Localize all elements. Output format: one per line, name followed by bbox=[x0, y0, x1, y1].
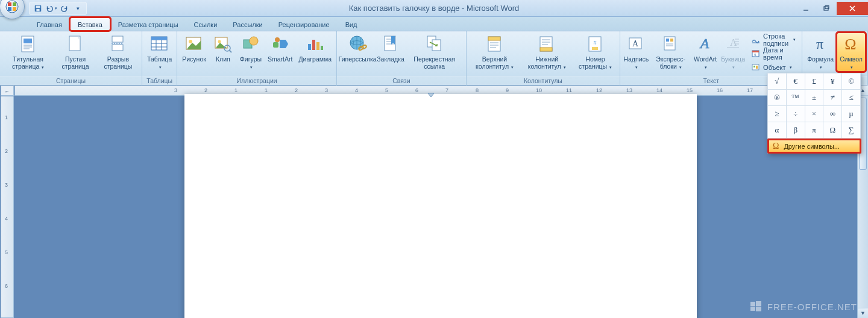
chart-icon bbox=[306, 34, 325, 54]
chart-button[interactable]: Диаграмма bbox=[295, 33, 335, 72]
other-symbols-label: Другие символы... bbox=[784, 143, 840, 150]
windows-logo-icon bbox=[749, 300, 763, 313]
date-time-button[interactable]: 5Дата и время bbox=[748, 47, 799, 60]
svg-rect-41 bbox=[316, 42, 319, 50]
object-label: Объект bbox=[763, 64, 785, 71]
symbol-cell[interactable]: ÷ bbox=[786, 105, 805, 122]
tab-home[interactable]: Главная bbox=[29, 17, 70, 31]
minimize-button[interactable] bbox=[796, 2, 816, 15]
textbox-button[interactable]: A Надпись▾ bbox=[622, 33, 650, 72]
qat-undo[interactable]: ▾ bbox=[45, 3, 57, 14]
document-page[interactable] bbox=[184, 94, 697, 318]
signature-line-button[interactable]: Строка подписи▾ bbox=[748, 33, 799, 46]
smartart-button[interactable]: SmartArt bbox=[265, 33, 295, 72]
header-button[interactable]: Верхний колонтитул ▾ bbox=[468, 33, 521, 72]
group-illustrations: Рисунок Клип Фигуры▾ SmartArt Диаграмма … bbox=[177, 31, 337, 86]
qat-redo[interactable] bbox=[58, 3, 71, 14]
svg-rect-39 bbox=[308, 44, 311, 50]
svg-rect-68 bbox=[666, 39, 669, 42]
tab-references[interactable]: Ссылки bbox=[186, 17, 225, 31]
object-icon bbox=[751, 63, 761, 72]
omega-icon: Ω bbox=[773, 142, 779, 151]
blank-page-button[interactable]: Пустая страница bbox=[54, 33, 96, 72]
wordart-icon: A bbox=[696, 34, 715, 54]
svg-rect-7 bbox=[36, 8, 39, 11]
symbol-grid: √€£¥©®™±≠≤≥÷×∞µαβπΩ∑ bbox=[768, 73, 861, 139]
symbol-cell[interactable]: β bbox=[786, 122, 805, 139]
page-break-button[interactable]: Разрыв страницы bbox=[96, 33, 140, 72]
hyperlink-button[interactable]: Гиперссылка bbox=[339, 33, 376, 72]
cross-reference-button[interactable]: Перекрестная ссылка bbox=[405, 33, 464, 72]
svg-rect-90 bbox=[756, 307, 761, 311]
group-illustrations-label: Иллюстрации bbox=[177, 76, 336, 86]
cover-page-button[interactable]: Титульная страница ▾ bbox=[2, 33, 54, 72]
tab-review[interactable]: Рецензирование bbox=[271, 17, 338, 31]
shapes-button[interactable]: Фигуры▾ bbox=[237, 33, 265, 72]
scroll-down-button[interactable]: ▼ bbox=[858, 308, 868, 318]
symbol-cell[interactable]: ™ bbox=[786, 89, 805, 106]
symbol-cell[interactable]: ¥ bbox=[823, 73, 842, 90]
close-button[interactable] bbox=[837, 2, 868, 15]
textbox-icon: A bbox=[626, 34, 646, 54]
symbol-cell[interactable]: ≥ bbox=[767, 105, 787, 122]
symbol-cell[interactable]: ± bbox=[805, 89, 824, 106]
other-symbols-button[interactable]: Ω Другие символы... bbox=[768, 139, 861, 153]
quick-parts-button[interactable]: Экспресс-блоки ▾ bbox=[650, 33, 691, 72]
symbol-cell[interactable]: α bbox=[767, 122, 787, 139]
object-button[interactable]: Объект▾ bbox=[748, 61, 799, 74]
hyperlink-label: Гиперссылка bbox=[339, 55, 377, 71]
symbol-button[interactable]: Ω Символ▾ bbox=[837, 33, 866, 72]
svg-line-34 bbox=[229, 50, 231, 52]
tab-view[interactable]: Вид bbox=[338, 17, 365, 31]
symbol-cell[interactable]: Ω bbox=[823, 122, 842, 139]
svg-rect-82 bbox=[752, 64, 759, 70]
table-icon bbox=[150, 34, 169, 54]
indent-marker-icon[interactable] bbox=[427, 93, 435, 99]
ruler-corner[interactable]: ⌐ bbox=[1, 86, 14, 96]
symbol-cell[interactable]: ∑ bbox=[841, 122, 861, 139]
footer-icon bbox=[537, 34, 556, 54]
picture-label: Рисунок bbox=[182, 55, 206, 71]
page-break-label: Разрыв страницы bbox=[99, 55, 137, 71]
restore-button[interactable] bbox=[816, 2, 837, 15]
symbol-cell[interactable]: £ bbox=[805, 73, 824, 90]
undo-icon bbox=[45, 4, 54, 13]
qat-customize[interactable]: ▾ bbox=[72, 3, 84, 14]
wordart-button[interactable]: A WordArt▾ bbox=[691, 33, 719, 72]
dropcap-button[interactable]: A Буквица▾ bbox=[719, 33, 747, 72]
clip-button[interactable]: Клип bbox=[209, 33, 237, 72]
save-icon bbox=[34, 4, 42, 13]
vertical-ruler[interactable]: 123456 bbox=[1, 96, 14, 318]
chart-label: Диаграмма bbox=[298, 55, 332, 71]
tab-mailings[interactable]: Рассылки bbox=[225, 17, 270, 31]
symbol-cell[interactable]: ≤ bbox=[841, 89, 861, 106]
footer-button[interactable]: Нижний колонтитул ▾ bbox=[521, 33, 572, 72]
quick-access-toolbar: ▾ ▾ bbox=[29, 2, 87, 15]
symbol-cell[interactable]: ® bbox=[767, 89, 787, 106]
symbol-cell[interactable]: π bbox=[805, 122, 824, 139]
group-headers: Верхний колонтитул ▾ Нижний колонтитул ▾… bbox=[467, 31, 621, 86]
svg-rect-88 bbox=[756, 301, 761, 306]
tab-insert[interactable]: Вставка bbox=[70, 17, 110, 31]
qat-save[interactable] bbox=[32, 3, 44, 14]
symbol-cell[interactable]: ∞ bbox=[823, 105, 842, 122]
redo-icon bbox=[60, 4, 69, 13]
ribbon: Титульная страница ▾ Пустая страница Раз… bbox=[0, 31, 868, 86]
symbol-cell[interactable]: ≠ bbox=[823, 89, 842, 106]
bookmark-button[interactable]: Закладка bbox=[376, 33, 405, 72]
symbol-cell[interactable]: © bbox=[841, 73, 861, 90]
symbol-cell[interactable]: µ bbox=[841, 105, 861, 122]
office-button[interactable] bbox=[0, 0, 25, 19]
svg-rect-2 bbox=[13, 2, 16, 6]
picture-button[interactable]: Рисунок bbox=[179, 33, 209, 72]
symbol-cell[interactable]: × bbox=[805, 105, 824, 122]
group-tables-label: Таблицы bbox=[142, 76, 177, 86]
svg-rect-13 bbox=[22, 36, 34, 52]
table-button[interactable]: Таблица▾ bbox=[144, 33, 175, 72]
equation-button[interactable]: π Формула▾ bbox=[804, 33, 837, 72]
tab-page-layout[interactable]: Разметка страницы bbox=[110, 17, 186, 31]
symbol-cell[interactable]: √ bbox=[767, 73, 787, 90]
page-number-button[interactable]: # Номер страницы ▾ bbox=[573, 33, 618, 72]
symbol-cell[interactable]: € bbox=[786, 73, 805, 90]
page-number-icon: # bbox=[586, 34, 605, 54]
